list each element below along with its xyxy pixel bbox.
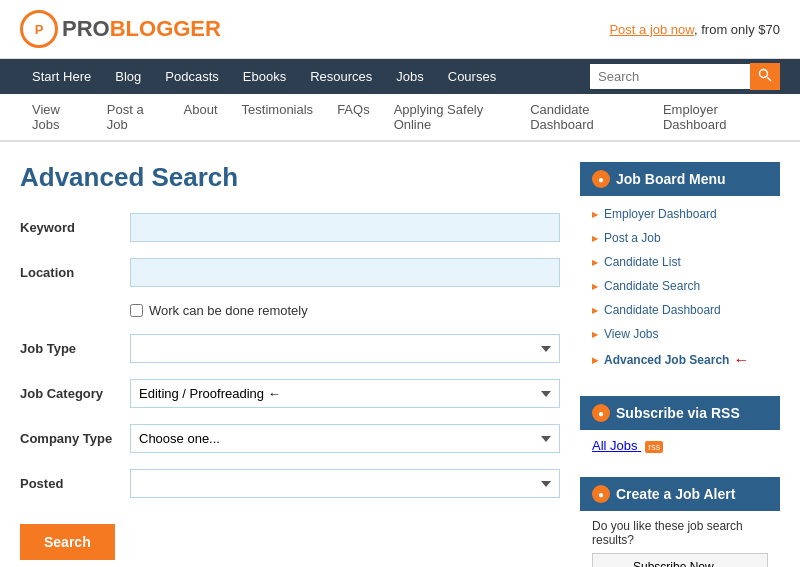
company-type-label: Company Type: [20, 431, 130, 446]
sub-nav: View Jobs Post a Job About Testimonials …: [0, 94, 800, 142]
header-right: Post a job now, from only $70: [609, 22, 780, 37]
job-alert-title: Create a Job Alert: [616, 486, 735, 502]
sidebar-view-jobs[interactable]: View Jobs: [580, 322, 780, 346]
remote-row: Work can be done remotely: [20, 303, 560, 318]
all-jobs-rss-link[interactable]: All Jobs rss: [592, 438, 663, 453]
nav-podcasts[interactable]: Podcasts: [153, 59, 230, 94]
sidebar-menu-links: Employer Dashboard Post a Job Candidate …: [580, 196, 780, 380]
nav-courses[interactable]: Courses: [436, 59, 508, 94]
rss-title: Subscribe via RSS: [616, 405, 740, 421]
rss-header: ● Subscribe via RSS: [580, 396, 780, 430]
logo-blogger: BLOGGER: [110, 16, 221, 41]
remote-checkbox[interactable]: [130, 304, 143, 317]
job-board-icon: ●: [592, 170, 610, 188]
subnav-post-job[interactable]: Post a Job: [95, 94, 172, 140]
search-button[interactable]: Search: [20, 524, 115, 560]
main-content: Advanced Search Keyword Location Work ca…: [0, 142, 800, 567]
nav-blog[interactable]: Blog: [103, 59, 153, 94]
left-panel: Advanced Search Keyword Location Work ca…: [20, 162, 560, 567]
sidebar-post-job[interactable]: Post a Job: [580, 226, 780, 250]
main-nav-links: Start Here Blog Podcasts Ebooks Resource…: [20, 59, 508, 94]
sidebar-advanced-job-search[interactable]: Advanced Job Search ←: [580, 346, 780, 374]
job-category-input-wrap: Editing / Proofreading ← Blogging Copywr…: [130, 379, 560, 408]
site-header: P PROBLOGGER Post a job now, from only $…: [0, 0, 800, 59]
location-input[interactable]: [130, 258, 560, 287]
sidebar-candidate-dashboard[interactable]: Candidate Dashboard: [580, 298, 780, 322]
subnav-applying[interactable]: Applying Safely Online: [382, 94, 519, 140]
right-panel: ● Job Board Menu Employer Dashboard Post…: [580, 162, 780, 567]
nav-ebooks[interactable]: Ebooks: [231, 59, 298, 94]
main-nav: Start Here Blog Podcasts Ebooks Resource…: [0, 59, 800, 94]
logo-icon: P: [20, 10, 58, 48]
subnav-view-jobs[interactable]: View Jobs: [20, 94, 95, 140]
job-type-input-wrap: Full-time Part-time Contract Freelance: [130, 334, 560, 363]
rss-section: All Jobs rss: [580, 430, 780, 461]
alert-section: Do you like these job search results? Su…: [580, 511, 780, 567]
keyword-row: Keyword: [20, 213, 560, 242]
subscribe-now-button[interactable]: Subscribe Now ...: [592, 553, 768, 567]
svg-line-1: [767, 77, 771, 81]
job-category-row: Job Category Editing / Proofreading ← Bl…: [20, 379, 560, 408]
advanced-search-arrow: ←: [733, 351, 749, 369]
subnav-testimonials[interactable]: Testimonials: [230, 94, 326, 140]
location-label: Location: [20, 265, 130, 280]
alert-question: Do you like these job search results?: [592, 519, 768, 547]
posted-input-wrap: Today This week This month: [130, 469, 560, 498]
svg-point-0: [760, 70, 768, 78]
location-row: Location: [20, 258, 560, 287]
sidebar-candidate-list[interactable]: Candidate List: [580, 250, 780, 274]
posted-label: Posted: [20, 476, 130, 491]
all-jobs-label: All Jobs: [592, 438, 638, 453]
logo-circle-text: P: [35, 22, 44, 37]
nav-jobs[interactable]: Jobs: [384, 59, 435, 94]
job-alert-box: ● Create a Job Alert Do you like these j…: [580, 477, 780, 567]
search-input[interactable]: [590, 64, 750, 89]
logo-pro: PRO: [62, 16, 110, 41]
nav-search: [590, 63, 780, 90]
keyword-label: Keyword: [20, 220, 130, 235]
rss-icon-circle: ●: [592, 404, 610, 422]
post-job-suffix: , from only $70: [694, 22, 780, 37]
subnav-about[interactable]: About: [172, 94, 230, 140]
location-input-wrap: [130, 258, 560, 287]
search-button[interactable]: [750, 63, 780, 90]
keyword-input[interactable]: [130, 213, 560, 242]
logo: P PROBLOGGER: [20, 10, 221, 48]
nav-resources[interactable]: Resources: [298, 59, 384, 94]
company-type-select[interactable]: Choose one...: [130, 424, 560, 453]
job-alert-header: ● Create a Job Alert: [580, 477, 780, 511]
logo-text: PROBLOGGER: [62, 16, 221, 42]
post-job-link[interactable]: Post a job now: [609, 22, 694, 37]
rss-feed-icon: rss: [645, 441, 663, 453]
posted-select[interactable]: Today This week This month: [130, 469, 560, 498]
job-category-label: Job Category: [20, 386, 130, 401]
subnav-candidate-dashboard[interactable]: Candidate Dashboard: [518, 94, 651, 140]
sidebar-employer-dashboard[interactable]: Employer Dashboard: [580, 202, 780, 226]
sidebar-candidate-search[interactable]: Candidate Search: [580, 274, 780, 298]
posted-row: Posted Today This week This month: [20, 469, 560, 498]
alert-icon-circle: ●: [592, 485, 610, 503]
job-board-menu-box: ● Job Board Menu Employer Dashboard Post…: [580, 162, 780, 380]
search-icon: [758, 68, 772, 82]
subnav-employer-dashboard[interactable]: Employer Dashboard: [651, 94, 780, 140]
company-type-row: Company Type Choose one...: [20, 424, 560, 453]
nav-start-here[interactable]: Start Here: [20, 59, 103, 94]
remote-label: Work can be done remotely: [149, 303, 308, 318]
rss-box: ● Subscribe via RSS All Jobs rss: [580, 396, 780, 461]
job-type-row: Job Type Full-time Part-time Contract Fr…: [20, 334, 560, 363]
company-type-input-wrap: Choose one...: [130, 424, 560, 453]
job-category-select[interactable]: Editing / Proofreading ← Blogging Copywr…: [130, 379, 560, 408]
job-type-label: Job Type: [20, 341, 130, 356]
job-board-menu-header: ● Job Board Menu: [580, 162, 780, 196]
job-board-menu-title: Job Board Menu: [616, 171, 726, 187]
job-type-select[interactable]: Full-time Part-time Contract Freelance: [130, 334, 560, 363]
keyword-input-wrap: [130, 213, 560, 242]
page-title: Advanced Search: [20, 162, 560, 193]
subnav-faqs[interactable]: FAQs: [325, 94, 382, 140]
